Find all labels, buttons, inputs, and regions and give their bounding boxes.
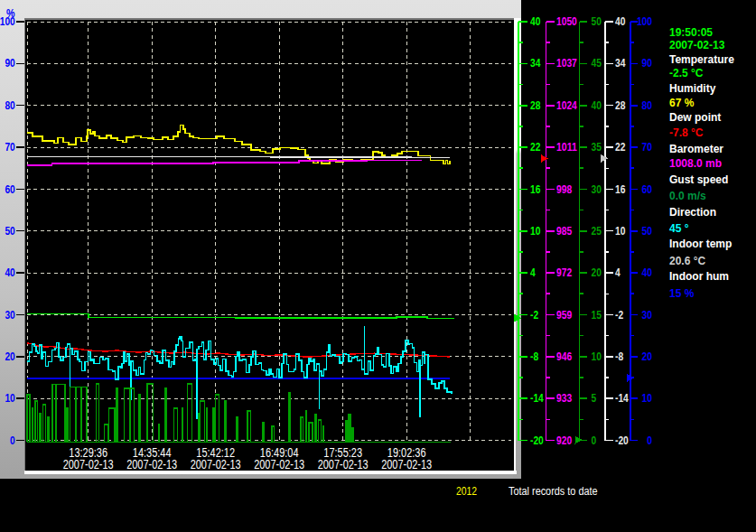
svg-text:10: 10 bbox=[5, 391, 14, 405]
svg-text:4: 4 bbox=[615, 266, 621, 279]
svg-text:50: 50 bbox=[592, 14, 602, 28]
svg-text:28: 28 bbox=[615, 98, 626, 112]
svg-text:16: 16 bbox=[615, 182, 626, 196]
svg-text:Indoor temp: Indoor temp bbox=[669, 238, 732, 250]
svg-text:2007-02-13: 2007-02-13 bbox=[669, 39, 725, 51]
svg-text:-14: -14 bbox=[530, 391, 544, 405]
svg-text:30: 30 bbox=[592, 182, 602, 196]
svg-text:90: 90 bbox=[642, 56, 652, 70]
svg-text:30: 30 bbox=[642, 308, 652, 322]
svg-text:2007-02-13: 2007-02-13 bbox=[381, 457, 432, 471]
svg-text:Humidity: Humidity bbox=[669, 82, 716, 95]
svg-text:2007-02-13: 2007-02-13 bbox=[191, 457, 241, 471]
svg-text:80: 80 bbox=[642, 98, 652, 112]
svg-text:60: 60 bbox=[642, 182, 652, 196]
svg-text:10: 10 bbox=[592, 350, 602, 363]
svg-text:45: 45 bbox=[592, 56, 602, 70]
svg-text:-2: -2 bbox=[615, 308, 623, 322]
svg-text:67 %: 67 % bbox=[669, 97, 695, 109]
svg-text:998: 998 bbox=[556, 182, 572, 196]
svg-text:0: 0 bbox=[10, 434, 15, 447]
svg-text:2007-02-13: 2007-02-13 bbox=[63, 457, 114, 471]
svg-text:22: 22 bbox=[530, 140, 540, 154]
svg-text:20.6 °C: 20.6 °C bbox=[669, 255, 705, 267]
svg-text:0.0 m/s: 0.0 m/s bbox=[669, 190, 706, 202]
svg-text:Direction: Direction bbox=[669, 206, 716, 219]
svg-text:920: 920 bbox=[556, 434, 572, 447]
svg-text:20: 20 bbox=[642, 350, 652, 363]
svg-text:100: 100 bbox=[0, 14, 15, 28]
svg-text:Indoor hum: Indoor hum bbox=[669, 270, 729, 283]
svg-text:16: 16 bbox=[530, 182, 541, 196]
svg-text:1037: 1037 bbox=[556, 56, 577, 70]
svg-text:Temperature: Temperature bbox=[669, 53, 734, 66]
svg-text:90: 90 bbox=[5, 56, 14, 70]
svg-text:40: 40 bbox=[615, 14, 625, 28]
svg-text:22: 22 bbox=[615, 140, 625, 154]
svg-text:-7.8 °C: -7.8 °C bbox=[669, 126, 704, 139]
svg-text:-8: -8 bbox=[530, 350, 538, 363]
svg-text:4: 4 bbox=[530, 266, 536, 279]
svg-text:Total records to date: Total records to date bbox=[509, 485, 598, 498]
svg-text:1011: 1011 bbox=[556, 140, 577, 154]
svg-text:28: 28 bbox=[530, 98, 541, 112]
svg-text:70: 70 bbox=[642, 140, 652, 154]
svg-text:60: 60 bbox=[5, 182, 14, 196]
svg-text:1008.0 mb: 1008.0 mb bbox=[669, 157, 722, 170]
svg-text:972: 972 bbox=[556, 266, 572, 279]
svg-text:40: 40 bbox=[530, 14, 540, 28]
svg-text:2012: 2012 bbox=[456, 485, 477, 498]
svg-text:933: 933 bbox=[556, 391, 572, 405]
svg-text:946: 946 bbox=[556, 350, 572, 363]
svg-text:10: 10 bbox=[530, 224, 540, 238]
svg-text:1050: 1050 bbox=[556, 14, 577, 28]
svg-text:985: 985 bbox=[556, 224, 572, 238]
svg-text:-8: -8 bbox=[615, 350, 623, 363]
svg-text:959: 959 bbox=[556, 308, 572, 322]
svg-text:Gust speed: Gust speed bbox=[669, 173, 728, 186]
svg-text:50: 50 bbox=[5, 224, 14, 238]
svg-text:-2: -2 bbox=[530, 308, 538, 322]
svg-text:-2.5 °C: -2.5 °C bbox=[669, 67, 704, 79]
svg-text:100: 100 bbox=[637, 14, 652, 28]
svg-text:40: 40 bbox=[592, 98, 602, 112]
svg-text:2007-02-13: 2007-02-13 bbox=[318, 457, 369, 471]
svg-text:0: 0 bbox=[647, 434, 652, 447]
svg-text:35: 35 bbox=[592, 140, 602, 154]
svg-text:80: 80 bbox=[5, 98, 14, 112]
svg-text:20: 20 bbox=[5, 350, 14, 363]
svg-text:25: 25 bbox=[592, 224, 602, 238]
svg-text:19:50:05: 19:50:05 bbox=[669, 26, 713, 39]
svg-text:5: 5 bbox=[592, 391, 597, 405]
svg-text:40: 40 bbox=[5, 266, 14, 279]
svg-text:-20: -20 bbox=[615, 434, 629, 447]
svg-text:70: 70 bbox=[5, 140, 14, 154]
svg-text:-20: -20 bbox=[530, 434, 544, 447]
svg-text:10: 10 bbox=[642, 391, 652, 405]
svg-text:50: 50 bbox=[642, 224, 652, 238]
svg-text:10: 10 bbox=[615, 224, 625, 238]
svg-text:15 %: 15 % bbox=[669, 287, 695, 300]
svg-text:20: 20 bbox=[592, 266, 602, 279]
svg-text:2007-02-13: 2007-02-13 bbox=[126, 457, 177, 471]
svg-text:30: 30 bbox=[5, 308, 14, 322]
svg-text:0: 0 bbox=[592, 434, 597, 447]
svg-text:45 °: 45 ° bbox=[669, 222, 689, 235]
svg-text:-14: -14 bbox=[615, 391, 629, 405]
svg-text:15: 15 bbox=[592, 308, 602, 322]
svg-text:1024: 1024 bbox=[556, 98, 577, 112]
svg-text:Barometer: Barometer bbox=[669, 143, 723, 155]
svg-text:34: 34 bbox=[530, 56, 541, 70]
svg-text:40: 40 bbox=[642, 266, 652, 279]
svg-text:34: 34 bbox=[615, 56, 626, 70]
svg-text:2007-02-13: 2007-02-13 bbox=[254, 457, 304, 471]
svg-text:Dew point: Dew point bbox=[669, 111, 721, 124]
